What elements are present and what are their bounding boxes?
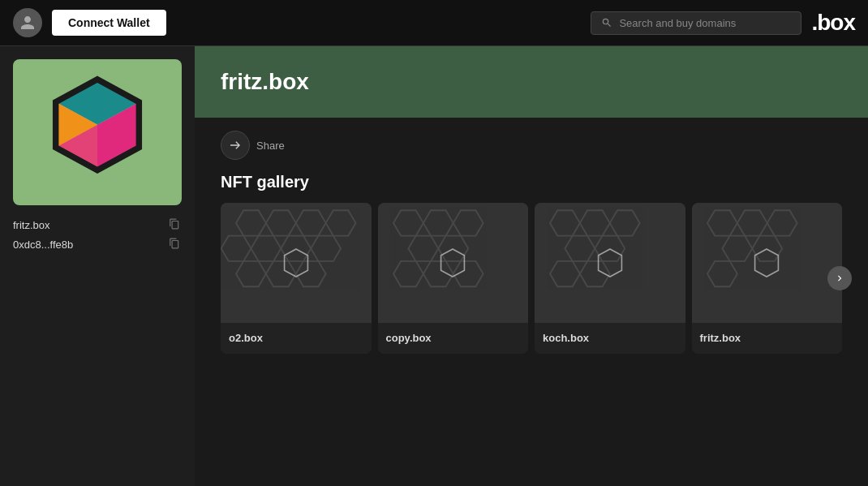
svg-marker-22 (393, 210, 423, 235)
profile-image (13, 59, 182, 205)
header-left: Connect Wallet (13, 8, 166, 37)
svg-marker-38 (598, 249, 621, 277)
nft-label: koch.box (535, 323, 685, 354)
svg-marker-15 (251, 236, 281, 261)
nft-card-inner: koch.box (535, 203, 685, 354)
share-section: Share (195, 118, 868, 173)
profile-hexagon-logo (45, 75, 150, 189)
nft-card[interactable]: koch.box (535, 203, 685, 354)
profile-info: fritz.box 0xdc8...ffe8b (13, 218, 182, 251)
svg-marker-40 (737, 210, 767, 235)
svg-marker-11 (266, 210, 296, 235)
svg-marker-42 (722, 236, 752, 261)
avatar-icon (13, 8, 42, 37)
svg-marker-33 (610, 210, 640, 235)
svg-marker-44 (707, 261, 737, 286)
gallery-section: NFT gallery (195, 173, 868, 486)
svg-marker-18 (236, 261, 266, 286)
svg-marker-10 (236, 210, 266, 235)
sidebar: fritz.box 0xdc8...ffe8b (0, 46, 195, 486)
svg-marker-21 (284, 249, 307, 277)
nft-hex-icon (437, 247, 468, 278)
svg-marker-27 (393, 261, 423, 286)
svg-marker-36 (550, 261, 580, 286)
svg-marker-39 (707, 210, 737, 235)
header: Connect Wallet .box (0, 0, 868, 46)
svg-marker-41 (767, 210, 797, 235)
share-button[interactable] (221, 131, 250, 160)
header-right: .box (591, 10, 855, 36)
gallery-grid: o2.box (221, 203, 842, 354)
brand-logo: .box (811, 10, 855, 36)
svg-marker-34 (565, 236, 595, 261)
nft-hex-icon (751, 247, 782, 278)
gallery-title: NFT gallery (221, 173, 842, 191)
profile-domain: fritz.box (13, 219, 50, 231)
copy-domain-button[interactable] (169, 218, 182, 231)
nft-preview (692, 203, 843, 323)
search-icon (601, 17, 612, 28)
user-icon (19, 15, 36, 31)
svg-marker-24 (453, 210, 483, 235)
nft-card[interactable]: fritz.box (692, 203, 843, 354)
svg-marker-12 (296, 210, 326, 235)
nft-preview (378, 203, 529, 323)
copy-address-button[interactable] (169, 238, 182, 251)
nft-preview (221, 203, 372, 323)
profile-domain-row: fritz.box (13, 218, 182, 231)
banner-title: fritz.box (221, 69, 309, 95)
nft-hex-icon (281, 247, 312, 278)
svg-marker-30 (441, 249, 465, 277)
nft-card[interactable]: o2.box (221, 203, 372, 354)
nft-label: copy.box (378, 323, 529, 354)
nft-hex-icon (595, 247, 625, 278)
content-area: fritz.box Share NFT gallery (195, 46, 868, 486)
svg-marker-25 (408, 236, 438, 261)
nft-card-inner: fritz.box (692, 203, 843, 354)
profile-address-row: 0xdc8...ffe8b (13, 238, 182, 251)
profile-banner: fritz.box (195, 46, 868, 118)
svg-marker-17 (311, 236, 341, 261)
svg-marker-32 (580, 210, 610, 235)
svg-marker-23 (423, 210, 453, 235)
nft-label: fritz.box (692, 323, 843, 354)
main-layout: fritz.box 0xdc8...ffe8b fritz.box (0, 46, 868, 486)
share-label: Share (256, 140, 285, 152)
chevron-right-icon (834, 273, 845, 284)
nft-card-inner: o2.box (221, 203, 372, 354)
search-input[interactable] (619, 17, 791, 29)
svg-marker-14 (221, 236, 251, 261)
svg-marker-13 (326, 210, 356, 235)
nft-label: o2.box (221, 323, 372, 354)
nft-preview (535, 203, 685, 323)
search-wrapper (591, 11, 801, 35)
svg-marker-45 (755, 249, 779, 277)
connect-wallet-button[interactable]: Connect Wallet (52, 10, 166, 36)
nft-card-inner: copy.box (378, 203, 529, 354)
nft-card[interactable]: copy.box (378, 203, 529, 354)
gallery-next-button[interactable] (827, 266, 852, 290)
svg-marker-31 (550, 210, 580, 235)
profile-address: 0xdc8...ffe8b (13, 239, 73, 251)
share-icon (229, 139, 242, 152)
